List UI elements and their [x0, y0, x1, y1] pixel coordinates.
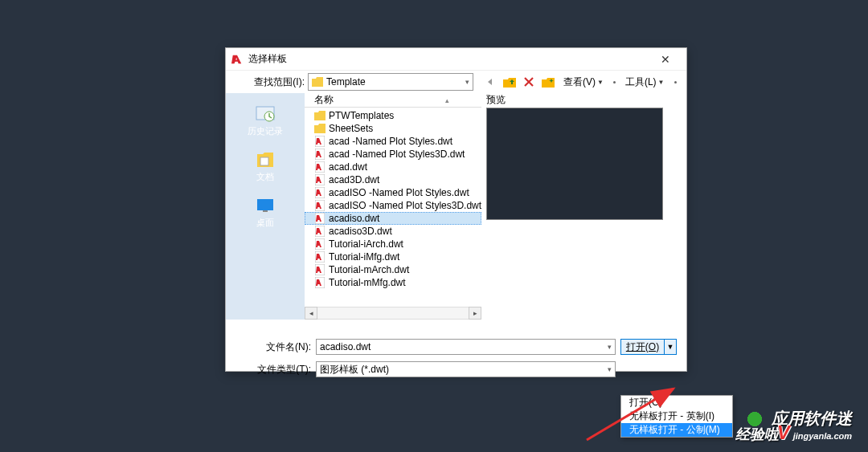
file-name: acad -Named Plot Styles.dwt [329, 136, 452, 147]
filename-value: acadiso.dwt [320, 341, 608, 352]
watermark-v-icon: V [777, 421, 790, 444]
file-row[interactable]: Tutorial-iArch.dwt [305, 238, 481, 250]
view-button[interactable]: 查看(V)▼ [560, 75, 607, 89]
dwt-file-icon [314, 187, 326, 198]
open-dropdown-arrow[interactable]: ▼ [665, 343, 676, 351]
file-name: Tutorial-mArch.dwt [329, 264, 409, 275]
dwt-file-icon [314, 264, 326, 275]
dwt-file-icon [314, 136, 326, 147]
titlebar: 选择样板 ✕ [226, 48, 686, 71]
scroll-left-button[interactable]: ◂ [305, 307, 317, 320]
folder-icon [314, 110, 326, 121]
look-in-select[interactable]: Template ▾ [308, 73, 473, 91]
autocad-icon [231, 53, 244, 66]
preview-canvas [486, 108, 663, 220]
file-name: Tutorial-iArch.dwt [329, 238, 403, 250]
file-row[interactable]: acad3D.dwt [305, 173, 481, 186]
watermark-site: 经验啦 V jingyanla.com [735, 421, 852, 444]
tools-button[interactable]: 工具(L)▼ [622, 75, 668, 89]
dwt-file-icon [314, 200, 326, 211]
sidebar-item-label: 桌面 [256, 217, 274, 229]
preview-panel: 预览 [481, 93, 686, 320]
toolbar: 查找范围(I): Template ▾ 查看(V)▼ 工具(L)▼ [226, 71, 686, 93]
file-list-panel: 名称 ▴ PTWTemplatesSheetSetsacad -Named Pl… [305, 93, 481, 320]
look-in-value: Template [326, 76, 465, 88]
file-name: acad3D.dwt [329, 174, 379, 185]
file-row[interactable]: Tutorial-mMfg.dwt [305, 276, 481, 289]
file-row[interactable]: acad -Named Plot Styles3D.dwt [305, 148, 481, 161]
folder-icon [312, 77, 323, 87]
chevron-down-icon: ▼ [658, 79, 665, 86]
dwt-file-icon [314, 174, 326, 185]
file-name: Tutorial-mMfg.dwt [329, 277, 406, 288]
separator [613, 81, 616, 83]
dwt-file-icon [314, 161, 326, 173]
file-row[interactable]: acadiso3D.dwt [305, 225, 481, 238]
sidebar-item-documents[interactable]: 文档 [251, 147, 280, 186]
svg-rect-3 [257, 199, 273, 210]
sidebar-item-history[interactable]: 历史记录 [244, 101, 286, 140]
file-area: 名称 ▴ PTWTemplatesSheetSetsacad -Named Pl… [305, 93, 686, 320]
file-row[interactable]: acad.dwt [305, 161, 481, 173]
filetype-value: 图形样板 (*.dwt) [320, 363, 608, 377]
documents-icon [254, 150, 276, 169]
chevron-down-icon: ▾ [465, 78, 469, 86]
history-icon [254, 104, 276, 124]
menu-item[interactable]: 无样板打开 - 公制(M) [621, 423, 732, 437]
scroll-right-button[interactable]: ▸ [469, 307, 481, 320]
menu-item[interactable]: 打开(O) [621, 396, 732, 409]
file-row[interactable]: Tutorial-mArch.dwt [305, 263, 481, 276]
file-row[interactable]: acadISO -Named Plot Styles3D.dwt [305, 199, 481, 212]
file-row[interactable]: Tutorial-iMfg.dwt [305, 250, 481, 263]
preview-label: 预览 [486, 93, 678, 108]
file-list[interactable]: PTWTemplatesSheetSetsacad -Named Plot St… [305, 108, 481, 307]
scroll-track[interactable] [317, 307, 469, 320]
places-sidebar: 历史记录 文档 桌面 [226, 93, 305, 320]
open-button-label: 打开(O) [621, 340, 664, 354]
file-name: acadISO -Named Plot Styles.dwt [329, 187, 469, 198]
watermark-url: jingyanla.com [793, 431, 852, 441]
horizontal-scrollbar[interactable]: ◂ ▸ [305, 307, 481, 320]
sort-indicator-icon: ▴ [445, 96, 449, 104]
list-header[interactable]: 名称 ▴ [305, 93, 481, 108]
dwt-file-icon [314, 226, 326, 237]
sidebar-item-label: 历史记录 [248, 125, 283, 137]
separator [674, 81, 677, 83]
filetype-label: 文件类型(T): [235, 363, 311, 377]
file-row[interactable]: PTWTemplates [305, 109, 481, 122]
close-button[interactable]: ✕ [649, 53, 682, 66]
back-button[interactable] [483, 75, 497, 89]
toolbar-icons: 查看(V)▼ 工具(L)▼ [483, 75, 678, 89]
file-name: acad -Named Plot Styles3D.dwt [329, 149, 465, 160]
file-name: acadiso.dwt [329, 213, 379, 224]
up-button[interactable] [502, 75, 517, 89]
select-template-dialog: 选择样板 ✕ 查找范围(I): Template ▾ 查看(V)▼ 工具(L)▼… [225, 47, 687, 372]
open-button[interactable]: 打开(O) ▼ [620, 339, 677, 355]
file-name: acad.dwt [329, 161, 367, 173]
dwt-file-icon [314, 251, 326, 263]
file-row[interactable]: acad -Named Plot Styles.dwt [305, 135, 481, 148]
open-mode-menu[interactable]: 打开(O)无样板打开 - 英制(I)无样板打开 - 公制(M) [620, 395, 733, 438]
look-in-label: 查找范围(I): [232, 75, 305, 89]
file-name: PTWTemplates [329, 110, 394, 121]
sidebar-item-label: 文档 [256, 171, 274, 183]
file-name: acadiso3D.dwt [329, 226, 392, 237]
dialog-body: 历史记录 文档 桌面 名称 ▴ PTWTemplatesSheetSetsaca… [226, 93, 686, 320]
filename-input[interactable]: acadiso.dwt ▾ [316, 339, 616, 355]
dwt-file-icon [314, 149, 326, 160]
new-folder-button[interactable] [541, 75, 555, 89]
dwt-file-icon [314, 238, 326, 250]
dialog-title: 选择样板 [248, 52, 287, 66]
svg-rect-2 [260, 157, 268, 165]
file-row[interactable]: acadiso.dwt [305, 212, 481, 225]
file-name: SheetSets [329, 123, 373, 134]
watermark-brand: 经验啦 [735, 425, 779, 444]
filetype-select[interactable]: 图形样板 (*.dwt) ▾ [316, 361, 616, 377]
menu-item[interactable]: 无样板打开 - 英制(I) [621, 409, 732, 423]
file-name: acadISO -Named Plot Styles3D.dwt [329, 200, 481, 211]
sidebar-item-desktop[interactable]: 桌面 [251, 193, 280, 232]
file-row[interactable]: SheetSets [305, 122, 481, 135]
file-row[interactable]: acadISO -Named Plot Styles.dwt [305, 186, 481, 199]
delete-button[interactable] [522, 75, 536, 89]
filename-label: 文件名(N): [235, 340, 311, 354]
